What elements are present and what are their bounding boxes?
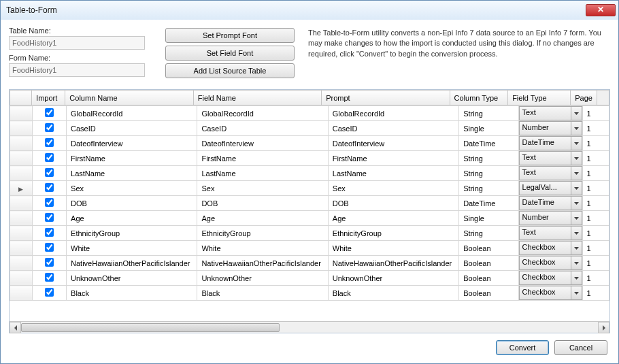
prompt-cell[interactable]: DateofInterview — [328, 136, 458, 151]
field-name-cell[interactable]: DateofInterview — [197, 136, 328, 151]
col-import[interactable]: Import — [32, 90, 65, 105]
field-name-cell[interactable]: EthnicityGroup — [197, 226, 328, 241]
prompt-cell[interactable]: White — [328, 241, 458, 256]
field-name-cell[interactable]: CaseID — [197, 121, 328, 136]
col-prompt[interactable]: Prompt — [322, 90, 450, 105]
field-type-cell[interactable]: Checkbox — [518, 256, 582, 271]
prompt-cell[interactable]: DOB — [328, 196, 458, 211]
table-row[interactable]: DOBDOBDOBDateTimeDateTime1 — [10, 196, 609, 211]
table-row[interactable]: DateofInterviewDateofInterviewDateofInte… — [10, 136, 609, 151]
page-cell[interactable]: 1 — [582, 286, 609, 301]
import-cell[interactable] — [32, 271, 66, 286]
field-type-dropdown-button[interactable] — [571, 211, 582, 225]
field-type-cell[interactable]: Checkbox — [518, 271, 582, 286]
field-type-dropdown-button[interactable] — [571, 241, 582, 255]
import-checkbox[interactable] — [45, 183, 54, 192]
import-cell[interactable] — [32, 106, 66, 121]
convert-button[interactable]: Convert — [496, 340, 549, 355]
prompt-cell[interactable]: FirstName — [328, 151, 458, 166]
field-type-cell[interactable]: Text — [518, 166, 582, 181]
import-cell[interactable] — [32, 121, 66, 136]
column-name-cell[interactable]: DOB — [67, 196, 197, 211]
page-cell[interactable]: 1 — [582, 106, 609, 121]
scroll-left-button[interactable] — [10, 322, 21, 333]
field-type-cell[interactable]: Number — [518, 211, 582, 226]
horizontal-scrollbar[interactable] — [10, 321, 609, 333]
import-checkbox[interactable] — [45, 168, 54, 177]
prompt-cell[interactable]: GlobalRecordId — [328, 106, 458, 121]
set-field-font-button[interactable]: Set Field Font — [165, 46, 295, 61]
row-header[interactable] — [10, 136, 33, 151]
prompt-cell[interactable]: UnknownOther — [328, 271, 458, 286]
column-name-cell[interactable]: LastName — [67, 166, 197, 181]
column-name-cell[interactable]: Age — [67, 211, 197, 226]
import-cell[interactable] — [32, 286, 66, 301]
column-name-cell[interactable]: FirstName — [67, 151, 197, 166]
field-type-cell[interactable]: Text — [518, 226, 582, 241]
import-cell[interactable] — [32, 256, 66, 271]
page-cell[interactable]: 1 — [582, 256, 609, 271]
field-type-cell[interactable]: Number — [518, 121, 582, 136]
page-cell[interactable]: 1 — [582, 241, 609, 256]
field-type-dropdown-button[interactable] — [571, 121, 582, 135]
prompt-cell[interactable]: CaseID — [328, 121, 458, 136]
row-header[interactable] — [10, 226, 33, 241]
column-name-cell[interactable]: GlobalRecordId — [67, 106, 197, 121]
import-checkbox[interactable] — [45, 258, 54, 267]
set-prompt-font-button[interactable]: Set Prompt Font — [165, 28, 295, 43]
field-type-cell[interactable]: DateTime — [518, 196, 582, 211]
table-row[interactable]: FirstNameFirstNameFirstNameStringText1 — [10, 151, 609, 166]
field-type-dropdown-button[interactable] — [571, 181, 582, 195]
col-column-name[interactable]: Column Name — [65, 90, 193, 105]
field-type-cell[interactable]: Checkbox — [518, 286, 582, 301]
page-cell[interactable]: 1 — [582, 211, 609, 226]
row-header[interactable] — [10, 211, 33, 226]
column-name-cell[interactable]: Sex — [67, 181, 197, 196]
import-checkbox[interactable] — [45, 243, 54, 252]
column-name-cell[interactable]: UnknownOther — [67, 271, 197, 286]
field-type-dropdown-button[interactable] — [571, 271, 582, 285]
import-cell[interactable] — [32, 166, 66, 181]
field-name-cell[interactable]: GlobalRecordId — [197, 106, 328, 121]
import-checkbox[interactable] — [45, 108, 54, 117]
col-column-type[interactable]: Column Type — [450, 90, 508, 105]
import-cell[interactable] — [32, 211, 66, 226]
field-type-dropdown-button[interactable] — [571, 136, 582, 150]
field-type-dropdown-button[interactable] — [571, 196, 582, 210]
row-header[interactable] — [10, 271, 33, 286]
page-cell[interactable]: 1 — [582, 181, 609, 196]
field-type-dropdown-button[interactable] — [571, 286, 582, 300]
cancel-button[interactable]: Cancel — [554, 340, 607, 355]
table-row[interactable]: WhiteWhiteWhiteBooleanCheckbox1 — [10, 241, 609, 256]
field-type-dropdown-button[interactable] — [571, 226, 582, 240]
row-header[interactable] — [10, 196, 33, 211]
prompt-cell[interactable]: EthnicityGroup — [328, 226, 458, 241]
field-type-cell[interactable]: LegalVal... — [518, 181, 582, 196]
field-type-dropdown-button[interactable] — [571, 106, 582, 120]
page-cell[interactable]: 1 — [582, 166, 609, 181]
field-type-cell[interactable]: Checkbox — [518, 241, 582, 256]
table-row[interactable]: LastNameLastNameLastNameStringText1 — [10, 166, 609, 181]
field-type-cell[interactable]: Text — [518, 151, 582, 166]
row-header[interactable] — [10, 151, 33, 166]
row-header[interactable] — [10, 241, 33, 256]
import-cell[interactable] — [32, 151, 66, 166]
field-type-cell[interactable]: DateTime — [518, 136, 582, 151]
import-checkbox[interactable] — [45, 153, 54, 162]
field-name-cell[interactable]: NativeHawaiianOtherPacificIslander — [197, 256, 328, 271]
row-header[interactable] — [10, 256, 33, 271]
scroll-right-button[interactable] — [598, 322, 609, 333]
prompt-cell[interactable]: Age — [328, 211, 458, 226]
table-row[interactable]: BlackBlackBlackBooleanCheckbox1 — [10, 286, 609, 301]
import-cell[interactable] — [32, 136, 66, 151]
col-page[interactable]: Page — [571, 90, 597, 105]
field-type-dropdown-button[interactable] — [571, 151, 582, 165]
row-header[interactable] — [10, 286, 33, 301]
close-button[interactable]: ✕ — [586, 4, 616, 16]
row-header[interactable] — [10, 166, 33, 181]
import-checkbox[interactable] — [45, 123, 54, 132]
field-type-dropdown-button[interactable] — [571, 166, 582, 180]
field-name-cell[interactable]: Sex — [197, 181, 328, 196]
field-name-cell[interactable]: FirstName — [197, 151, 328, 166]
import-checkbox[interactable] — [45, 228, 54, 237]
